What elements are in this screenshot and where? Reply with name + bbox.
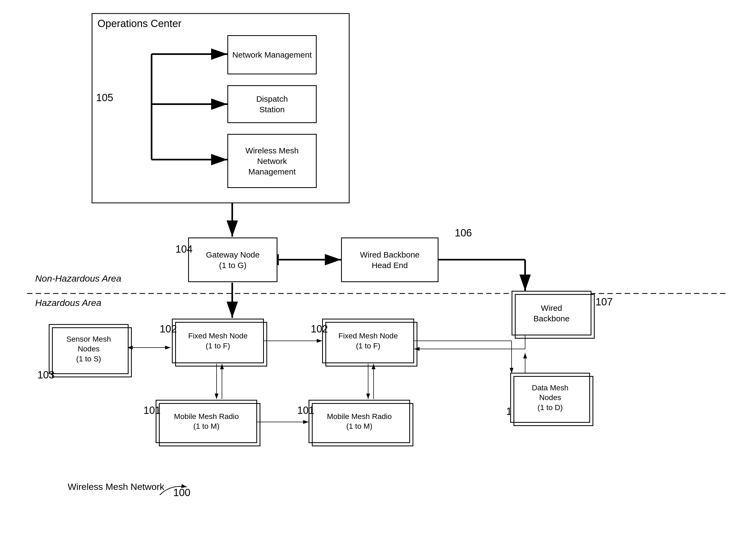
dispatch-station-label: DispatchStation: [256, 94, 288, 115]
wired-backbone-label: WiredBackbone: [533, 303, 569, 324]
data-mesh-nodes-label: Data MeshNodes(1 to D): [532, 383, 568, 413]
mobile-right-number-label: 101: [297, 405, 314, 416]
gateway-node-label: Gateway Node(1 to G): [206, 249, 260, 270]
sensor-mesh-nodes-box: Sensor MeshNodes(1 to S): [49, 324, 129, 374]
sensor-number-label: 103: [37, 369, 54, 381]
gateway-number-label: 104: [175, 243, 193, 255]
wireless-mesh-mgmt-box: Wireless MeshNetworkManagement: [227, 134, 317, 188]
non-hazardous-label: Non-Hazardous Area: [35, 273, 121, 284]
fixed-mesh-node-left-label: Fixed Mesh Node(1 to F): [188, 331, 247, 351]
network-management-label: Network Management: [232, 49, 311, 60]
sensor-mesh-nodes-label: Sensor MeshNodes(1 to S): [66, 334, 111, 364]
fixed-mesh-node-left-box: Fixed Mesh Node(1 to F): [172, 319, 264, 363]
fixed-right-number-label: 102: [311, 323, 328, 335]
network-management-box: Network Management: [227, 35, 317, 74]
hazardous-label: Hazardous Area: [35, 298, 101, 308]
dispatch-station-box: DispatchStation: [227, 85, 317, 123]
fixed-mesh-node-right-label: Fixed Mesh Node(1 to F): [338, 331, 398, 351]
gateway-node-box: Gateway Node(1 to G): [188, 237, 277, 282]
mobile-mesh-radio-right-box: Mobile Mesh Radio(1 to M): [308, 400, 410, 443]
fixed-mesh-node-right-box: Fixed Mesh Node(1 to F): [322, 319, 414, 363]
mobile-mesh-radio-left-box: Mobile Mesh Radio(1 to M): [156, 400, 257, 443]
wmn-label: Wireless Mesh Network: [68, 482, 164, 492]
ops-number-label: 105: [96, 92, 113, 104]
mobile-mesh-radio-left-label: Mobile Mesh Radio(1 to M): [174, 412, 239, 432]
wireless-mesh-mgmt-label: Wireless MeshNetworkManagement: [246, 145, 299, 177]
fixed-left-number-label: 102: [160, 323, 177, 335]
wired-backbone-head-end-box: Wired BackboneHead End: [341, 237, 439, 282]
wired-head-end-number-label: 106: [455, 227, 472, 239]
mobile-mesh-radio-right-label: Mobile Mesh Radio(1 to M): [327, 412, 392, 432]
wired-backbone-number-label: 107: [595, 296, 612, 308]
svg-text:Operations Center: Operations Center: [97, 18, 182, 29]
data-mesh-nodes-box: Data MeshNodes(1 to D): [510, 373, 590, 423]
mobile-left-number-label: 101: [144, 405, 161, 416]
wmn-arrow: [157, 479, 192, 500]
wired-backbone-box: WiredBackbone: [512, 291, 591, 336]
diagram: Operations Center: [0, 0, 756, 551]
wired-backbone-head-end-label: Wired BackboneHead End: [360, 249, 420, 270]
